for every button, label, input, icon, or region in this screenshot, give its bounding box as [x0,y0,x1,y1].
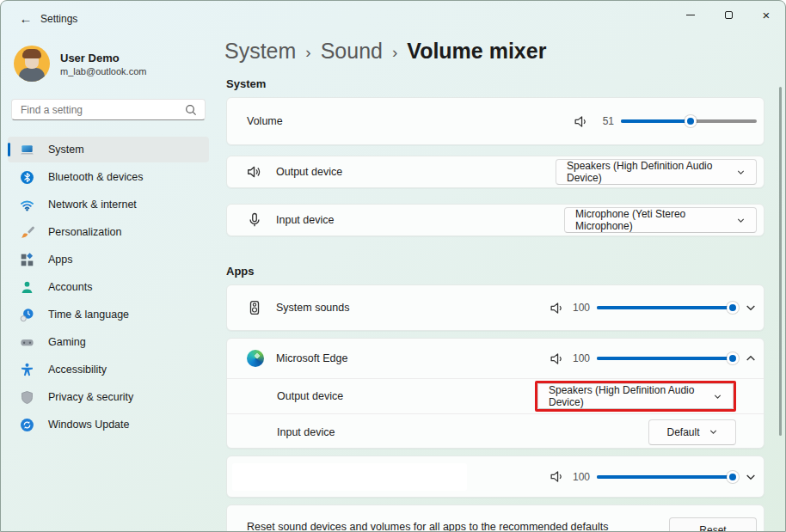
sidebar-item-label: System [48,144,84,156]
unnamed-app-slider[interactable] [597,471,733,483]
back-button[interactable]: ← [13,8,39,28]
sidebar-item-label: Bluetooth & devices [48,171,144,183]
expand-chevron-down-icon[interactable] [745,471,757,483]
search-icon [184,103,198,117]
output-device-label: Output device [276,166,342,178]
system-sounds-label: System sounds [276,302,349,314]
system-sounds-volume-value: 100 [571,302,590,314]
volume-card: Volume 51 [226,97,765,145]
search-box [11,99,206,120]
edge-group-card: Microsoft Edge 100 Output device Speaker… [226,338,765,449]
sidebar-item-label: Network & internet [48,199,137,211]
sidebar-item-label: Accessibility [48,364,107,376]
slider-thumb[interactable] [727,471,739,483]
microphone-icon [247,212,262,228]
slider-thumb[interactable] [727,302,739,314]
search-input[interactable] [12,104,184,116]
selected-indicator [8,143,10,156]
input-device-dropdown[interactable]: Microphone (Yeti Stereo Microphone) [564,207,757,233]
sidebar-item-system[interactable]: System [8,137,209,162]
collapse-chevron-up-icon[interactable] [745,352,757,364]
sidebar-item-privacy-security[interactable]: Privacy & security [8,384,209,410]
breadcrumb: System › Sound › Volume mixer [224,39,546,64]
speaker-waves-icon [247,164,262,180]
speaker-icon[interactable] [574,114,588,129]
sidebar-item-apps[interactable]: Apps [8,247,209,272]
edge-volume-slider[interactable] [597,352,733,364]
system-icon [20,143,34,157]
edge-input-device-dropdown[interactable]: Default [648,419,736,445]
window-title: Settings [40,13,77,25]
edge-input-device-row: Input device Default [227,413,764,449]
speaker-box-icon [247,300,262,315]
system-sounds-slider[interactable] [597,302,733,314]
speaker-icon[interactable] [550,301,564,315]
output-device-value: Speakers (High Definition Audio Device) [567,160,728,184]
volume-label: Volume [247,115,283,127]
person-icon [20,280,34,295]
sidebar-item-label: Gaming [48,336,86,348]
chevron-down-icon [736,216,746,225]
main-content: System › Sound › Volume mixer System Vol… [224,1,770,532]
bluetooth-icon [20,170,34,185]
section-system-label: System [226,77,266,90]
edge-output-device-label: Output device [277,390,343,402]
user-profile[interactable]: User Demo m_lab@outlook.com [14,46,146,82]
edge-label: Microsoft Edge [276,352,347,364]
update-icon [20,418,34,432]
output-device-card: Output device Speakers (High Definition … [226,156,765,188]
reset-button-label: Reset [699,524,726,532]
wifi-icon [20,198,34,212]
sidebar-item-time-language[interactable]: Time & language [8,302,209,327]
sidebar-item-personalization[interactable]: Personalization [8,219,209,245]
speaker-icon[interactable] [550,469,564,484]
breadcrumb-system[interactable]: System [224,39,296,64]
sidebar-item-gaming[interactable]: Gaming [8,329,209,355]
expand-chevron-down-icon[interactable] [745,302,757,314]
chevron-right-icon: › [392,41,397,62]
chevron-down-icon [736,168,746,177]
edge-output-device-row: Output device Speakers (High Definition … [227,378,764,413]
reset-button[interactable]: Reset [669,517,757,532]
system-volume-slider[interactable] [621,115,757,127]
sidebar-item-bluetooth-devices[interactable]: Bluetooth & devices [8,164,209,190]
edge-output-device-value: Speakers (High Definition Audio Device) [549,384,704,408]
sidebar-item-label: Accounts [48,281,92,293]
edge-output-device-dropdown[interactable]: Speakers (High Definition Audio Device) [537,383,734,409]
back-arrow-icon: ← [20,11,33,26]
edge-input-device-value: Default [666,426,699,438]
slider-thumb[interactable] [727,352,739,364]
gamepad-icon [20,335,34,350]
sidebar-item-network-internet[interactable]: Network & internet [8,192,209,217]
sidebar-item-label: Privacy & security [48,391,133,403]
accessibility-icon [20,363,34,377]
chevron-down-icon [713,392,722,401]
edge-logo-icon [247,350,264,367]
sidebar-item-label: Windows Update [48,419,130,431]
sidebar-item-accounts[interactable]: Accounts [8,274,209,300]
settings-window: ← Settings × User Demo m_lab@outlook.com [0,0,786,532]
input-device-value: Microphone (Yeti Stereo Microphone) [575,208,728,232]
shield-icon [20,390,34,405]
brush-icon [20,225,34,240]
slider-thumb[interactable] [685,115,697,127]
apps-icon [20,253,34,267]
chevron-right-icon: › [305,41,310,62]
user-email: m_lab@outlook.com [60,66,146,76]
sidebar: User Demo m_lab@outlook.com System Bluet… [1,35,216,531]
output-device-dropdown[interactable]: Speakers (High Definition Audio Device) [556,159,757,185]
reset-card: Reset sound devices and volumes for all … [226,504,765,532]
sidebar-item-windows-update[interactable]: Windows Update [8,412,209,437]
input-device-card: Input device Microphone (Yeti Stereo Mic… [226,204,765,236]
chevron-down-icon [709,427,718,437]
highlight-annotation-box: Speakers (High Definition Audio Device) [535,381,736,412]
breadcrumb-sound[interactable]: Sound [321,39,383,64]
unnamed-app-card: 100 [226,456,765,498]
reset-description: Reset sound devices and volumes for all … [247,521,608,532]
sidebar-item-accessibility[interactable]: Accessibility [8,357,209,382]
sidebar-item-label: Apps [48,254,73,266]
section-apps-label: Apps [226,265,255,278]
scrollbar[interactable] [779,87,782,436]
sidebar-nav: System Bluetooth & devices Network & int… [8,137,209,439]
speaker-icon[interactable] [550,352,564,366]
